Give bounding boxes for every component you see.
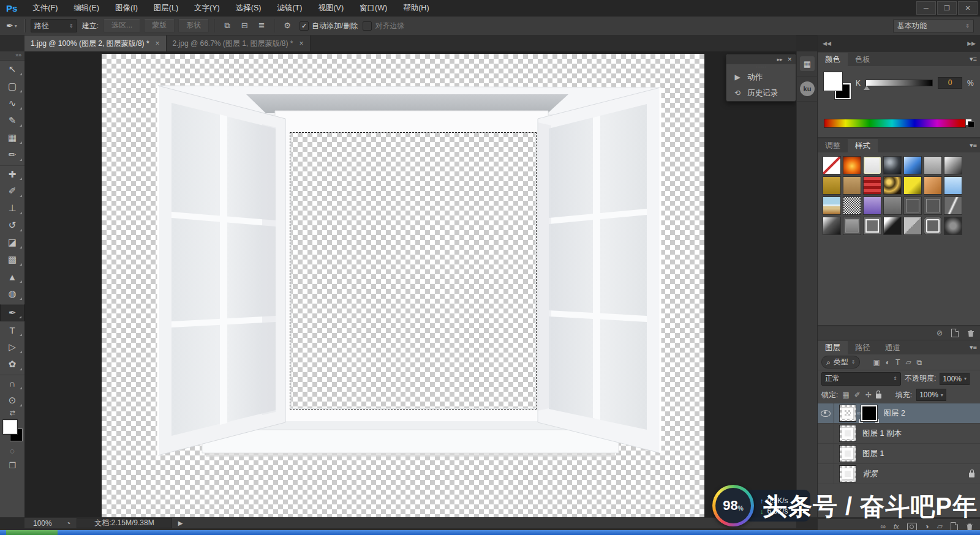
style-swatch[interactable] [863,156,881,174]
style-none-swatch[interactable] [823,156,841,174]
tab-close-icon[interactable]: × [154,39,161,48]
move-tool[interactable]: ↖ [0,61,24,78]
document-tab[interactable]: 1.jpg @ 100% (图层 2, 图层蒙版/8) * × [24,36,167,51]
panel-tab[interactable]: 样式 [848,139,878,152]
float-grip[interactable]: ⋯⋯ [726,64,796,69]
current-tool-icon[interactable]: ✒ ▾ [4,21,20,31]
filter-type-layers-icon[interactable]: T [895,358,900,367]
menu-item[interactable]: 滤镜(T) [269,0,310,17]
k-slider-thumb[interactable] [864,86,870,90]
history-brush-tool[interactable]: ↺ [0,217,24,234]
layer-thumbnail[interactable] [839,425,856,442]
make-button[interactable]: 蒙版 [144,19,175,32]
spot-healing-brush-tool[interactable]: ✚ [0,165,24,182]
selection-marquee[interactable] [290,132,537,410]
style-swatch[interactable] [903,176,922,195]
align-edges-checkbox[interactable] [363,21,372,31]
lock-all-icon[interactable] [876,394,881,398]
status-clock-icon[interactable]: ◔ [66,519,70,528]
lock-transparency-icon[interactable]: ▦ [842,391,849,399]
quick-selection-tool[interactable]: ✎ [0,112,24,129]
menu-item[interactable]: 文件(F) [24,0,66,17]
float-panel-header[interactable]: ▸▸ ✕ [726,54,796,64]
clear-style-icon[interactable]: ⊘ [937,329,943,337]
color-spectrum-ramp[interactable] [824,119,966,128]
document-tab[interactable]: 2.jpg @ 66.7% (图层 1, 图层蒙版/8) * × [167,36,311,51]
menu-item[interactable]: 选择(S) [228,0,270,17]
filter-shape-layers-icon[interactable]: ▱ [905,358,911,367]
history-panel-item[interactable]: ⟲ 历史记录 [726,85,796,101]
panel-tab[interactable]: 通道 [878,341,908,354]
layer-mask-thumbnail[interactable] [861,405,877,421]
workspace-switcher[interactable]: 基本功能 ⇕ [893,19,974,33]
style-swatch[interactable] [883,217,902,235]
tool-dock-collapse[interactable]: »» [0,51,24,61]
adjustment-layer-icon[interactable]: ◑ [925,522,929,531]
minimize-button[interactable]: ─ [916,1,936,15]
swap-colors-icon[interactable]: ⇄ [0,409,24,419]
dock-collapse-icon[interactable]: ▶▶ [967,40,976,47]
style-swatch[interactable] [924,176,942,195]
menu-item[interactable]: 视图(V) [310,0,352,17]
path-mode-select[interactable]: 路径 ⇕ [31,19,77,32]
filter-smart-objects-icon[interactable]: ⧉ [917,358,922,367]
delete-layer-trash-icon[interactable] [966,523,973,531]
style-swatch[interactable] [863,176,881,195]
close-button[interactable]: ✕ [958,1,978,15]
layer-row-layer1-copy[interactable]: 图层 1 副本 [818,424,980,444]
style-swatch[interactable] [863,217,881,235]
blur-tool[interactable]: ▲ [0,268,24,285]
make-button[interactable]: 选区... [104,19,140,32]
path-arrangement-icon[interactable]: ≣ [254,19,269,32]
foreground-color-swatch[interactable] [3,420,17,434]
style-swatch[interactable] [883,196,902,215]
tab-close-icon[interactable]: × [298,39,305,48]
style-swatch[interactable] [843,156,861,174]
layer-thumbnail[interactable] [839,445,856,462]
menu-item[interactable]: 文字(Y) [186,0,228,17]
style-swatch[interactable] [924,156,942,174]
menu-item[interactable]: 图像(I) [107,0,146,17]
style-swatch[interactable] [823,196,841,215]
visibility-toggle[interactable] [818,464,834,484]
style-swatch[interactable] [903,196,922,215]
brush-tool[interactable]: ✐ [0,182,24,200]
eraser-tool[interactable]: ◪ [0,234,24,251]
style-swatch[interactable] [843,196,861,215]
screen-mode-button[interactable]: ❐ [0,458,24,473]
collapsed-panel-button[interactable]: ▦ [797,51,818,77]
float-collapse-icon[interactable]: ▸▸ [777,56,782,62]
eyedropper-tool[interactable]: ✏ [0,146,24,163]
layer-thumbnail[interactable] [839,465,856,482]
layer-row-background[interactable]: 背景 [818,464,980,484]
style-swatch[interactable] [944,176,962,195]
style-swatch[interactable] [863,196,881,215]
style-swatch[interactable] [823,176,841,195]
menu-item[interactable]: 图层(L) [146,0,186,17]
menu-item[interactable]: 编辑(E) [66,0,107,17]
style-swatch[interactable] [924,196,942,215]
spectrum-end-swatches[interactable] [965,119,974,128]
delete-style-trash-icon[interactable] [967,329,974,337]
auto-add-checkbox-row[interactable]: ✓ 自动添加/删除 [300,21,358,31]
new-style-icon[interactable] [951,329,959,337]
panel-tab[interactable]: 图层 [818,341,848,354]
restore-button[interactable]: ❐ [937,1,957,15]
link-layers-icon[interactable]: ∞ [880,522,886,531]
path-alignment-icon[interactable]: ⊟ [237,19,252,32]
align-edges-checkbox-row[interactable]: 对齐边缘 [363,21,404,31]
hand-tool[interactable]: ∩ [0,375,24,392]
style-swatch[interactable] [883,156,902,174]
path-selection-tool[interactable]: ▷ [0,339,24,356]
lock-paint-icon[interactable]: ✐ [854,391,861,399]
blend-mode-select[interactable]: 正常 ⇕ [821,372,901,386]
menu-item[interactable]: 帮助(H) [395,0,437,17]
make-button[interactable]: 形状 [178,19,209,32]
lock-position-icon[interactable]: ✢ [865,391,872,399]
k-slider[interactable] [865,80,933,86]
crop-tool[interactable]: ▦ [0,129,24,146]
panel-tab[interactable]: 色板 [848,53,878,66]
zoom-tool[interactable]: ⊙ [0,392,24,409]
k-value-field[interactable]: 0 [938,77,962,89]
layer-row-layer2[interactable]: ∞ 图层 2 [818,403,980,424]
